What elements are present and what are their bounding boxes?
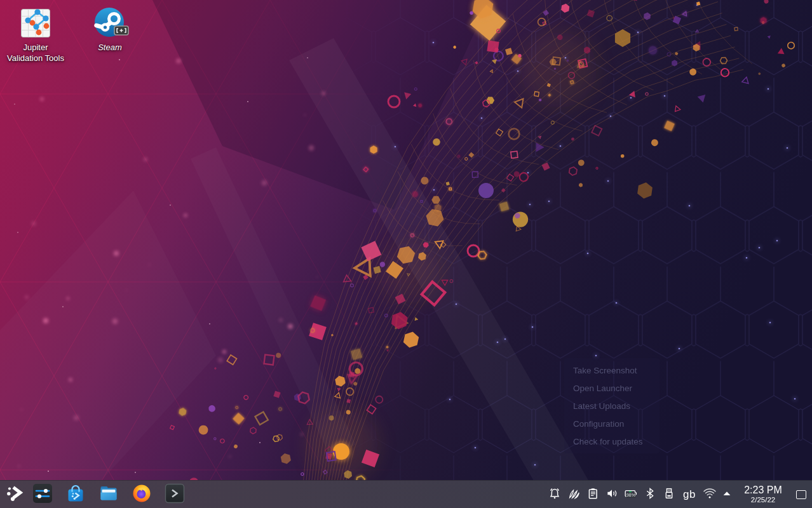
desktop-icon-steam[interactable]: Steam bbox=[75, 6, 145, 53]
usb-drive-icon bbox=[663, 487, 675, 502]
shortcut-link-emblem-icon bbox=[114, 25, 129, 38]
audio-volume-tray-button[interactable] bbox=[602, 483, 621, 507]
desktop-icon-label: Jupiter bbox=[23, 43, 48, 53]
wifi-icon bbox=[703, 487, 717, 502]
keyboard-layout-tray-button[interactable]: gb bbox=[679, 483, 700, 507]
dolphin-file-manager-button[interactable] bbox=[98, 483, 119, 507]
desktop-icon-label: Validation Tools bbox=[7, 53, 64, 64]
desktop-icon-jupiter-validation-tools[interactable]: Jupiter Validation Tools bbox=[1, 6, 71, 64]
desktop-icon-label: Steam bbox=[98, 43, 122, 53]
konsole-button[interactable] bbox=[165, 483, 185, 507]
clipboard-icon bbox=[586, 487, 599, 502]
terminal-icon bbox=[165, 483, 185, 506]
bluetooth-icon bbox=[644, 487, 656, 502]
discover-icon bbox=[65, 483, 86, 506]
network-tray-button[interactable] bbox=[700, 483, 719, 507]
steam-vapor-icon bbox=[567, 487, 580, 502]
folder-icon bbox=[98, 483, 119, 506]
chevron-up-icon bbox=[721, 488, 733, 502]
jupiter-validation-tools-icon bbox=[19, 6, 52, 39]
steam-icon bbox=[93, 6, 126, 39]
battery-tray-button[interactable]: 98% bbox=[621, 483, 640, 507]
kde-launcher-icon bbox=[6, 485, 24, 504]
digital-clock[interactable]: 2:23 PM 2/25/22 bbox=[738, 485, 788, 504]
bluetooth-tray-button[interactable] bbox=[640, 483, 660, 507]
system-settings-button[interactable] bbox=[32, 483, 53, 507]
application-launcher-button[interactable] bbox=[3, 483, 26, 507]
bell-icon bbox=[548, 487, 561, 502]
desktop-wallpaper bbox=[0, 0, 812, 508]
system-settings-icon bbox=[32, 483, 53, 506]
notifications-tray-button[interactable] bbox=[545, 483, 564, 507]
keyboard-layout-label: gb bbox=[683, 488, 696, 501]
battery-percent-label: 98% bbox=[626, 492, 635, 497]
steam-tray-button[interactable] bbox=[564, 483, 583, 507]
firefox-icon bbox=[132, 484, 151, 505]
speaker-icon bbox=[606, 487, 618, 502]
clipboard-tray-button[interactable] bbox=[583, 483, 602, 507]
show-desktop-button[interactable] bbox=[793, 483, 809, 507]
discover-button[interactable] bbox=[65, 483, 86, 507]
system-tray: 98% gb bbox=[545, 483, 812, 507]
clock-date: 2/25/22 bbox=[751, 496, 775, 504]
show-desktop-icon bbox=[796, 490, 806, 499]
removable-device-tray-button[interactable] bbox=[660, 483, 679, 507]
battery-icon: 98% bbox=[624, 487, 638, 502]
clock-time: 2:23 PM bbox=[744, 485, 782, 496]
taskbar: 98% gb bbox=[0, 480, 812, 508]
firefox-button[interactable] bbox=[132, 483, 152, 507]
tray-expander-button[interactable] bbox=[719, 483, 734, 507]
